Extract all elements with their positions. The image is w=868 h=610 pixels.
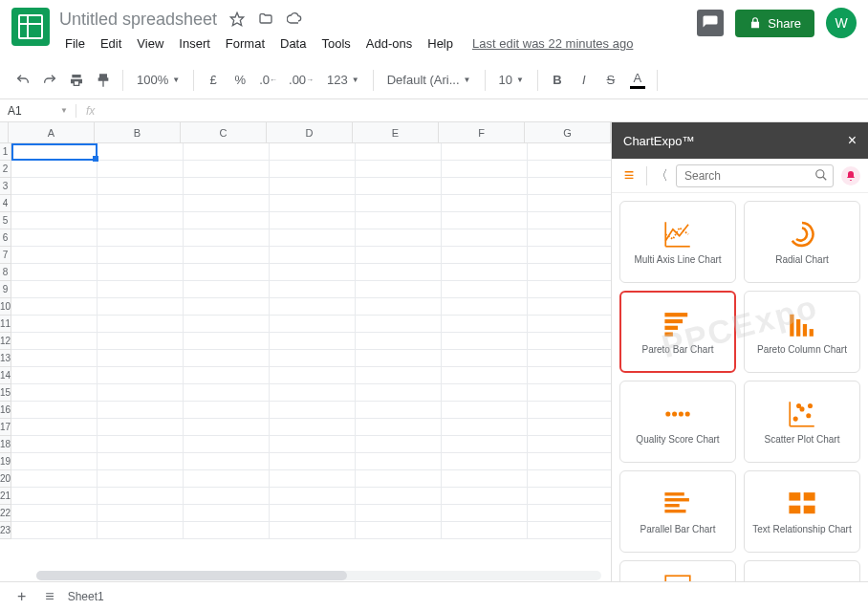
cell[interactable] — [184, 402, 270, 419]
row-header[interactable]: 23 — [0, 522, 11, 539]
strikethrough-button[interactable]: S — [599, 68, 622, 93]
menu-edit[interactable]: Edit — [95, 33, 127, 54]
italic-button[interactable]: I — [573, 68, 596, 93]
cell[interactable] — [270, 316, 356, 333]
cell[interactable] — [356, 522, 442, 539]
cell[interactable] — [442, 470, 528, 488]
cell[interactable] — [184, 436, 270, 453]
cell[interactable] — [98, 195, 184, 212]
cell[interactable] — [442, 212, 528, 229]
row-header[interactable]: 4 — [0, 195, 11, 212]
cell[interactable] — [11, 333, 98, 350]
all-sheets-button[interactable]: ≡ — [39, 588, 59, 605]
cell[interactable] — [528, 522, 611, 539]
row-header[interactable]: 1 — [0, 143, 11, 161]
cell[interactable] — [442, 488, 528, 505]
sidepanel-back-button[interactable]: 〈 — [655, 167, 668, 185]
row-header[interactable]: 11 — [0, 316, 11, 333]
cell[interactable] — [11, 402, 98, 419]
cell[interactable] — [184, 316, 270, 333]
cell[interactable] — [528, 384, 611, 402]
column-header[interactable]: B — [95, 122, 181, 143]
cell[interactable] — [11, 522, 98, 539]
cell[interactable] — [11, 316, 98, 333]
cell[interactable] — [356, 384, 442, 402]
cell[interactable] — [442, 229, 528, 247]
cell[interactable] — [356, 161, 442, 178]
cell[interactable] — [442, 281, 528, 298]
column-header[interactable]: G — [525, 122, 611, 143]
cell[interactable] — [528, 402, 611, 419]
cell[interactable] — [528, 333, 611, 350]
font-size-dropdown[interactable]: 10▼ — [493, 73, 530, 87]
cell[interactable] — [270, 436, 356, 453]
cell[interactable] — [356, 488, 442, 505]
sheet-tab[interactable]: Sheet1 — [68, 590, 104, 603]
cell[interactable] — [270, 229, 356, 247]
column-header[interactable]: A — [9, 122, 95, 143]
cell[interactable] — [528, 419, 611, 436]
cell[interactable] — [528, 264, 611, 281]
cell[interactable] — [11, 436, 98, 453]
row-header[interactable]: 10 — [0, 298, 11, 316]
cell[interactable] — [98, 212, 184, 229]
cell[interactable] — [442, 384, 528, 402]
cell[interactable] — [98, 247, 184, 264]
row-header[interactable]: 6 — [0, 229, 11, 247]
cell[interactable] — [442, 264, 528, 281]
cell[interactable] — [11, 419, 98, 436]
chart-option-multiaxis[interactable]: Multi Axis Line Chart — [619, 201, 736, 283]
paint-format-button[interactable] — [92, 68, 115, 93]
cell[interactable] — [528, 212, 611, 229]
sheets-logo[interactable] — [11, 8, 50, 46]
cell[interactable] — [356, 350, 442, 367]
menu-view[interactable]: View — [131, 33, 169, 54]
cell[interactable] — [98, 367, 184, 384]
row-header[interactable]: 14 — [0, 367, 11, 384]
print-button[interactable] — [65, 68, 88, 93]
sidepanel-menu-button[interactable]: ≡ — [619, 165, 639, 185]
cell[interactable] — [528, 316, 611, 333]
row-header[interactable]: 15 — [0, 384, 11, 402]
cell[interactable] — [528, 195, 611, 212]
cell[interactable] — [528, 453, 611, 470]
row-header[interactable]: 20 — [0, 470, 11, 488]
cell[interactable] — [356, 316, 442, 333]
cell[interactable] — [98, 161, 184, 178]
cell[interactable] — [98, 436, 184, 453]
cell[interactable] — [270, 419, 356, 436]
cell[interactable] — [184, 161, 270, 178]
cell[interactable] — [442, 178, 528, 195]
cell[interactable] — [11, 470, 98, 488]
cell[interactable] — [98, 316, 184, 333]
cell[interactable] — [442, 350, 528, 367]
chart-option-paretobar[interactable]: Pareto Bar Chart — [619, 291, 736, 373]
cell[interactable] — [442, 161, 528, 178]
cell[interactable] — [528, 247, 611, 264]
zoom-dropdown[interactable]: 100%▼ — [131, 73, 185, 87]
cell[interactable] — [11, 143, 98, 161]
cell[interactable] — [270, 161, 356, 178]
cell[interactable] — [11, 505, 98, 522]
cell[interactable] — [11, 161, 98, 178]
cell[interactable] — [356, 436, 442, 453]
undo-button[interactable] — [11, 68, 34, 93]
cell[interactable] — [442, 195, 528, 212]
menu-insert[interactable]: Insert — [173, 33, 216, 54]
spreadsheet-grid[interactable]: ABCDEFG 12345678910111213141516171819202… — [0, 122, 611, 581]
cell[interactable] — [356, 419, 442, 436]
cell[interactable] — [98, 488, 184, 505]
cell[interactable] — [270, 143, 356, 161]
cell[interactable] — [528, 281, 611, 298]
menu-tools[interactable]: Tools — [315, 33, 356, 54]
notifications-bell-icon[interactable] — [841, 166, 860, 185]
cell[interactable] — [442, 333, 528, 350]
column-header[interactable]: F — [439, 122, 525, 143]
row-header[interactable]: 9 — [0, 281, 11, 298]
cell[interactable] — [184, 367, 270, 384]
cell[interactable] — [98, 505, 184, 522]
cell[interactable] — [270, 522, 356, 539]
cell[interactable] — [270, 212, 356, 229]
cell[interactable] — [184, 350, 270, 367]
row-header[interactable]: 17 — [0, 419, 11, 436]
